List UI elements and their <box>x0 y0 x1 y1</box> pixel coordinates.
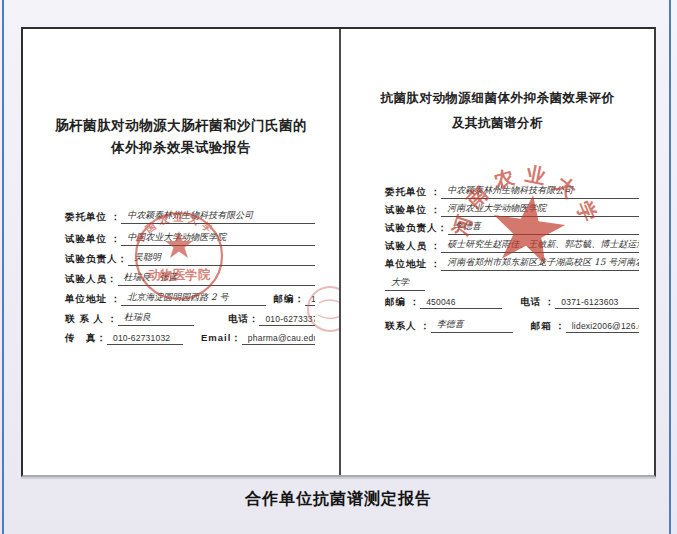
field-value: 450046 <box>420 297 502 309</box>
field-value: 李德喜 <box>448 220 639 235</box>
field-label: 试验人员 ： <box>385 240 441 253</box>
field-value: 李德喜 <box>431 318 513 333</box>
right-border-accent-line <box>669 0 671 534</box>
left-report-title: 肠杆菌肽对动物源大肠杆菌和沙门氏菌的 体外抑杀效果试验报告 <box>31 115 331 159</box>
field-label: 邮编： <box>274 293 306 306</box>
field-value: lidexi2006@126.com <box>566 321 639 333</box>
field-label: 电话： <box>228 313 260 326</box>
field-value: 010-62733378 <box>259 314 315 326</box>
right-field-zip-phone: 邮编 ： 450046 电话 ： 0371-6123603 <box>385 296 639 309</box>
left-field-consignor: 委托单位 ： 中农颖泰林州生物科技有限公司 <box>65 209 315 224</box>
field-value: 北京海淀圆明园西路 2 号 <box>121 291 265 306</box>
right-field-consignor: 委托单位 ： 中农颖泰林州生物科技有限公司 <box>385 184 639 199</box>
right-report-title: 抗菌肽对动物源细菌体外抑杀菌效果评价 及其抗菌谱分析 <box>349 86 646 136</box>
field-label: 试验单位 ： <box>385 204 441 217</box>
right-field-test-staff: 试验人员 ： 硕士研究生赵雨佳、王敏新、郭芯毓、博士赵运泽 <box>385 238 639 253</box>
field-value: pharma@cau.edu.cn <box>242 333 315 345</box>
left-field-test-staff: 试验人员： 杜瑞良 张蓝 <box>65 271 315 286</box>
field-label: 委托单位 ： <box>65 211 121 224</box>
right-report-title-line1: 抗菌肽对动物源细菌体外抑杀菌效果评价 <box>349 86 646 111</box>
figure-caption: 合作单位抗菌谱测定报告 <box>0 489 677 510</box>
field-label: 委托单位 ： <box>385 186 441 199</box>
left-field-contact: 联 系 人 ： 杜瑞良 电话： 010-62733378 <box>65 311 315 326</box>
field-value: 0371-6123603 <box>555 297 639 309</box>
field-label: 试验单位 ： <box>65 233 121 246</box>
field-label: 试验人员： <box>65 273 118 286</box>
field-value: 杜瑞良 <box>118 311 194 326</box>
left-field-test-unit: 试验单位 ： 中国农业大学动物医学院 <box>65 231 315 246</box>
left-report-title-line2: 体外抑杀效果试验报告 <box>31 137 331 159</box>
left-field-test-leader: 试验负责人： 吴聪明 <box>65 251 315 266</box>
field-label: 邮箱 ： <box>531 320 566 333</box>
screenshot-canvas: 肠杆菌肽对动物源大肠杆菌和沙门氏菌的 体外抑杀效果试验报告 委托单位 ： 中农颖… <box>0 0 677 534</box>
right-field-test-unit: 试验单位 ： 河南农业大学动物医学院 <box>385 202 639 217</box>
field-label: 单位地址 ： <box>385 258 441 271</box>
left-field-fax-email: 传 真： 010-62731032 Email： pharma@cau.edu.… <box>65 332 315 345</box>
field-label: 单位地址 ： <box>65 293 121 306</box>
right-field-address-continuation: 大学 <box>385 276 639 291</box>
field-value: 杜瑞良 张蓝 <box>118 271 316 286</box>
right-field-test-leader: 试验负责人： 李德喜 <box>385 220 639 235</box>
field-label: 电话 ： <box>520 296 555 309</box>
field-value: 大学 <box>385 276 425 291</box>
field-value: 河南省郑州市郑东新区龙子湖高校区 15 号河南农业 <box>441 256 639 271</box>
left-border-accent-line <box>2 0 4 534</box>
right-field-address: 单位地址 ： 河南省郑州市郑东新区龙子湖高校区 15 号河南农业 <box>385 256 639 271</box>
field-label: 传 真： <box>65 332 107 345</box>
right-report-title-line2: 及其抗菌谱分析 <box>349 111 646 136</box>
field-value: 010-62731032 <box>107 333 183 345</box>
right-report-page: 抗菌肽对动物源细菌体外抑杀菌效果评价 及其抗菌谱分析 委托单位 ： 中农颖泰林州… <box>339 29 654 475</box>
left-report-page: 肠杆菌肽对动物源大肠杆菌和沙门氏菌的 体外抑杀效果试验报告 委托单位 ： 中农颖… <box>23 29 339 475</box>
left-report-title-line1: 肠杆菌肽对动物源大肠杆菌和沙门氏菌的 <box>31 115 331 137</box>
right-field-contact-email: 联系人 ： 李德喜 邮箱 ： lidexi2006@126.com <box>385 318 639 333</box>
field-label: 联 系 人 ： <box>65 313 118 326</box>
field-value: 中国农业大学动物医学院 <box>121 231 315 246</box>
field-value: 100193 <box>305 294 315 306</box>
field-value: 吴聪明 <box>128 251 315 266</box>
scanned-documents-frame: 肠杆菌肽对动物源大肠杆菌和沙门氏菌的 体外抑杀效果试验报告 委托单位 ： 中农颖… <box>21 27 656 477</box>
field-label: 试验负责人： <box>65 253 128 266</box>
field-label: 联系人 ： <box>385 320 431 333</box>
field-label: 邮编 ： <box>385 296 420 309</box>
field-value: 河南农业大学动物医学院 <box>441 202 639 217</box>
left-field-address: 单位地址 ： 北京海淀圆明园西路 2 号 邮编： 100193 <box>65 291 315 306</box>
field-label: Email： <box>201 332 242 345</box>
field-value: 中农颖泰林州生物科技有限公司 <box>441 184 639 199</box>
field-value: 中农颖泰林州生物科技有限公司 <box>121 209 315 224</box>
field-label: 试验负责人： <box>385 222 448 235</box>
field-value: 硕士研究生赵雨佳、王敏新、郭芯毓、博士赵运泽 <box>441 238 639 253</box>
